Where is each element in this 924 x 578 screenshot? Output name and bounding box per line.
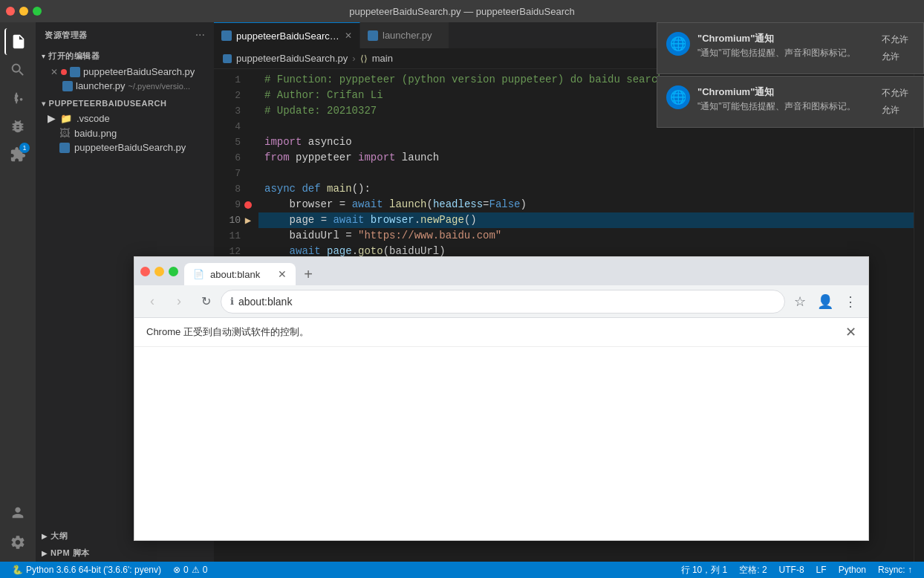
notif2-deny-btn[interactable]: 不允许 xyxy=(876,85,914,101)
chrome-tab-bar: 📄 about:blank ✕ + xyxy=(184,257,862,285)
code-line-11: baiduUrl = "https://www.baidu.com" xyxy=(264,228,914,244)
notif2-body: "Chromium"通知 "通知"可能包括提醒、声音和图标标记。 xyxy=(697,85,868,118)
activity-settings[interactable] xyxy=(4,529,31,556)
activity-files[interactable] xyxy=(4,28,31,55)
folder-item-baidu[interactable]: 🖼 baidu.png xyxy=(36,126,214,140)
open-editors-label: 打开的编辑器 xyxy=(48,51,100,62)
folder-title[interactable]: ▾ PUPPETEERBAIDUSEARCH xyxy=(36,96,214,111)
notif2-allow-btn[interactable]: 允许 xyxy=(876,103,914,118)
status-line-ending[interactable]: LF xyxy=(810,565,833,575)
tab-launcher-py-label: launcher.py xyxy=(383,30,432,41)
chrome-content[interactable] xyxy=(134,347,868,540)
notif2-title: "Chromium"通知 xyxy=(697,85,868,99)
error-dot-9 xyxy=(244,201,252,209)
vscode-folder-icon2: 📁 xyxy=(60,113,72,124)
outline-chevron: ▶ xyxy=(42,532,48,540)
macos-maximize[interactable] xyxy=(33,7,42,16)
file-icon-py xyxy=(70,67,80,77)
status-language[interactable]: Python xyxy=(833,565,872,575)
chrome-reload-btn[interactable]: ↻ xyxy=(194,290,218,314)
notif1-actions: 不允许 允许 xyxy=(876,32,914,65)
line-num-1: 1 xyxy=(214,72,258,88)
open-editors-chevron: ▾ xyxy=(42,52,45,60)
line-num-4: 4 xyxy=(214,119,258,134)
code-line-10: page = await browser.newPage() xyxy=(258,212,914,228)
status-python-env[interactable]: 🐍 Python 3.6.6 64-bit ('3.6.6': pyenv) xyxy=(6,565,167,575)
macos-close[interactable] xyxy=(6,7,15,16)
main-py-name: puppeteerBaiduSearch.py xyxy=(74,142,186,153)
vscode-folder-name: .vscode xyxy=(77,113,110,124)
chrome-warning-close[interactable]: ✕ xyxy=(845,324,856,340)
breadcrumb-symbol: main xyxy=(372,53,393,64)
error-icon: ⊗ xyxy=(173,565,180,575)
activity-account[interactable] xyxy=(4,499,31,526)
chrome-addressbar[interactable]: ℹ about:blank xyxy=(221,290,785,314)
open-file-2[interactable]: launcher.py ~/.pyenv/versio... xyxy=(36,79,214,93)
python-icon: 🐍 xyxy=(12,565,23,575)
npm-section[interactable]: ▶ NPM 脚本 xyxy=(36,545,214,562)
chrome-url-text[interactable]: about:blank xyxy=(238,296,775,308)
npm-chevron: ▶ xyxy=(42,549,48,557)
chrome-maximize-btn[interactable] xyxy=(169,267,178,276)
window-title: puppeteerBaiduSearch.py — puppeteerBaidu… xyxy=(349,6,575,17)
status-sync[interactable]: Rsync: ↑ xyxy=(872,565,918,575)
chrome-menu-btn[interactable]: ⋮ xyxy=(839,290,862,314)
notif2-actions: 不允许 允许 xyxy=(876,85,914,118)
close-file-1-icon[interactable]: ✕ xyxy=(51,67,58,77)
chrome-tab-page-icon: 📄 xyxy=(193,269,204,279)
notif1-icon: 🌐 xyxy=(666,32,690,56)
folder-item-vscode[interactable]: ▶ 📁 .vscode xyxy=(36,111,214,126)
activity-search[interactable] xyxy=(4,56,31,83)
tab-main-py[interactable]: puppeteerBaiduSearch.py ✕ xyxy=(214,22,360,48)
npm-label: NPM 脚本 xyxy=(51,548,90,559)
chrome-close-btn[interactable] xyxy=(140,267,150,276)
chrome-back-btn[interactable]: ‹ xyxy=(140,290,164,314)
chrome-account-btn[interactable]: 👤 xyxy=(813,290,837,314)
activity-debug[interactable] xyxy=(4,113,31,140)
chrome-forward-btn[interactable]: › xyxy=(167,290,191,314)
chrome-bookmark-btn[interactable]: ☆ xyxy=(788,290,812,314)
open-editors-section: ▾ 打开的编辑器 ✕ puppeteerBaiduSearch.py launc… xyxy=(36,48,214,93)
breadcrumb-file: puppeteerBaiduSearch.py xyxy=(236,53,348,64)
code-line-8: async def main(): xyxy=(264,181,914,197)
chrome-window: 📄 about:blank ✕ + ‹ › ↻ ℹ about:blank ☆ … xyxy=(134,256,869,541)
activity-source-control[interactable] xyxy=(4,85,31,111)
chrome-minimize-btn[interactable] xyxy=(154,267,164,276)
macos-minimize[interactable] xyxy=(19,7,28,16)
sidebar-header-actions: ··· xyxy=(195,28,205,42)
notif1-allow-btn[interactable]: 允许 xyxy=(876,49,914,65)
code-line-5: import asyncio xyxy=(264,134,914,150)
notification-2: 🌐 "Chromium"通知 "通知"可能包括提醒、声音和图标标记。 不允许 允… xyxy=(657,76,924,128)
status-spaces[interactable]: 空格: 2 xyxy=(733,564,772,577)
status-line[interactable]: 行 10，列 1 xyxy=(675,564,734,577)
chrome-titlebar: 📄 about:blank ✕ + xyxy=(134,257,868,285)
notif1-desc: "通知"可能包括提醒、声音和图标标记。 xyxy=(697,47,868,59)
file1-dot xyxy=(61,69,67,75)
tab-main-py-close[interactable]: ✕ xyxy=(345,30,352,41)
notif1-body: "Chromium"通知 "通知"可能包括提醒、声音和图标标记。 xyxy=(697,32,868,65)
sidebar-header: 资源管理器 ··· xyxy=(36,22,214,48)
status-errors[interactable]: ⊗ 0 ⚠ 0 xyxy=(167,565,213,575)
chrome-tab-close-icon[interactable]: ✕ xyxy=(278,268,287,280)
folder-name-label: PUPPETEERBAIDUSEARCH xyxy=(49,99,167,108)
folder-item-main-py[interactable]: puppeteerBaiduSearch.py xyxy=(36,140,214,155)
open-file-1[interactable]: ✕ puppeteerBaiduSearch.py xyxy=(36,65,214,79)
warning-icon: ⚠ xyxy=(192,565,200,575)
chrome-tab-1[interactable]: 📄 about:blank ✕ xyxy=(184,263,296,285)
line-num-10: 10 ▶ xyxy=(214,212,258,228)
chrome-new-tab-btn[interactable]: + xyxy=(297,263,319,285)
chrome-warning-bar: Chrome 正受到自动测试软件的控制。 ✕ xyxy=(134,318,868,347)
tab-launcher-py[interactable]: launcher.py xyxy=(360,22,449,48)
activity-extensions[interactable]: 1 xyxy=(4,141,31,168)
status-encoding[interactable]: UTF-8 xyxy=(773,565,810,575)
line-num-5: 5 xyxy=(214,134,258,150)
sidebar-more-icon[interactable]: ··· xyxy=(195,28,205,42)
folder-chevron: ▾ xyxy=(42,100,46,108)
line-num-6: 6 xyxy=(214,150,258,166)
notif2-desc: "通知"可能包括提醒、声音和图标标记。 xyxy=(697,100,868,113)
open-editors-header[interactable]: ▾ 打开的编辑器 xyxy=(36,48,214,65)
title-bar: puppeteerBaiduSearch.py — puppeteerBaidu… xyxy=(0,0,924,22)
notif1-deny-btn[interactable]: 不允许 xyxy=(876,32,914,48)
chrome-warning-text: Chrome 正受到自动测试软件的控制。 xyxy=(146,325,309,339)
line-num-8: 8 xyxy=(214,181,258,197)
